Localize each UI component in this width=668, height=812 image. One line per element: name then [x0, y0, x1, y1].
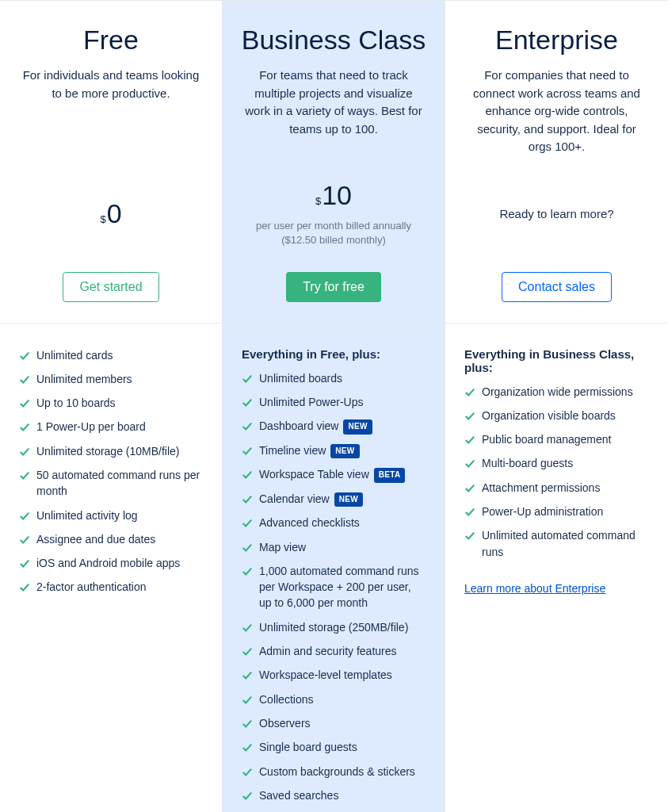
feature-item: Unlimited automated command runs [464, 527, 649, 560]
check-icon [19, 557, 30, 569]
feature-text: Collections [259, 691, 313, 707]
feature-item: Dashboard viewNEW [242, 418, 426, 435]
plan-description: For teams that need to track multiple pr… [239, 67, 429, 138]
feature-item: Map view [242, 539, 426, 555]
plan-title: Free [83, 25, 139, 56]
check-icon [242, 542, 253, 553]
get-started-button[interactable]: Get started [63, 272, 158, 302]
check-icon [19, 446, 30, 457]
feature-text: 50 automated command runs per month [36, 467, 203, 500]
feature-item: 1,000 automated command runs per Workspa… [242, 563, 426, 611]
features-free: Unlimited cardsUnlimited membersUp to 10… [0, 324, 223, 813]
plan-description: For companies that need to connect work … [461, 67, 652, 156]
check-icon [242, 445, 253, 456]
plan-title: Business Class [242, 25, 426, 56]
feature-item: Unlimited storage (10MB/file) [19, 443, 203, 459]
feature-text: Saved searches [259, 787, 338, 803]
feature-text: Unlimited storage (10MB/file) [36, 443, 180, 459]
currency-symbol: $ [100, 213, 105, 225]
feature-item: Unlimited storage (250MB/file) [242, 619, 426, 635]
check-icon [464, 482, 475, 493]
feature-text: Timeline viewNEW [259, 442, 360, 459]
check-icon [242, 790, 253, 801]
check-icon [242, 396, 253, 408]
feature-text: Calendar viewNEW [259, 491, 363, 508]
check-icon [242, 373, 253, 384]
feature-text: Organization visible boards [482, 408, 616, 423]
contact-sales-button[interactable]: Contact sales [502, 272, 612, 302]
badge-new: NEW [343, 419, 372, 435]
feature-text: Public board management [482, 431, 611, 447]
check-icon [242, 669, 253, 680]
feature-text: 1 Power-Up per board [36, 419, 146, 435]
feature-item: Up to 10 boards [19, 395, 203, 411]
feature-item: Organization visible boards [464, 408, 649, 423]
feature-item: 2-factor authentication [19, 579, 203, 595]
features-enterprise: Everything in Business Class, plus:Organ… [445, 324, 668, 813]
feature-item: Unlimited boards [242, 370, 426, 386]
feature-text: Unlimited storage (250MB/file) [259, 619, 408, 635]
check-icon [19, 350, 30, 361]
cta-row: Get started [16, 272, 206, 302]
feature-item: Advanced checklists [242, 515, 426, 530]
check-icon [242, 517, 253, 528]
check-icon [242, 493, 253, 504]
feature-item: Saved searches [242, 787, 426, 803]
feature-item: Organization wide permissions [464, 384, 649, 400]
feature-heading: Everything in Free, plus: [242, 347, 426, 361]
feature-text: Observers [259, 715, 311, 731]
plan-price: $ 10 [315, 180, 352, 211]
check-icon [242, 645, 253, 657]
feature-text: Organization wide permissions [482, 384, 633, 400]
check-icon [19, 581, 30, 592]
feature-item: Observers [242, 715, 426, 731]
check-icon [242, 469, 253, 480]
feature-text: Dashboard viewNEW [259, 418, 372, 435]
price-amount: 10 [322, 180, 352, 211]
feature-text: Unlimited boards [259, 370, 342, 386]
price-block: $ 0 [16, 170, 206, 258]
feature-item: 50 automated command runs per month [19, 467, 203, 500]
check-icon [19, 397, 30, 408]
check-icon [464, 434, 475, 445]
feature-item: Workspace-level templates [242, 667, 426, 683]
pricing-header-row: Free For individuals and teams looking t… [0, 0, 668, 323]
feature-item: Unlimited activity log [19, 508, 203, 523]
feature-item: Custom backgrounds & stickers [242, 764, 426, 779]
plan-price: $ 0 [100, 198, 121, 229]
check-icon [464, 386, 475, 397]
feature-item: Collections [242, 691, 426, 707]
feature-text: Workspace Table viewBETA [259, 466, 405, 483]
feature-item: Unlimited members [19, 371, 203, 387]
check-icon [19, 510, 30, 521]
feature-list: Unlimited cardsUnlimited membersUp to 10… [19, 347, 203, 596]
feature-text: 1,000 automated command runs per Workspa… [259, 563, 426, 611]
feature-text: Power-Up administration [482, 504, 603, 519]
feature-item: Calendar viewNEW [242, 491, 426, 508]
feature-item: Assignee and due dates [19, 531, 203, 547]
check-icon [242, 718, 253, 729]
plan-free: Free For individuals and teams looking t… [0, 1, 223, 323]
feature-text: Workspace-level templates [259, 667, 392, 683]
feature-item: Multi-board guests [464, 455, 649, 471]
feature-item: 1 Power-Up per board [19, 419, 203, 435]
plan-business-class: Business Class For teams that need to tr… [223, 1, 445, 323]
feature-item: Public board management [464, 431, 649, 447]
feature-list: Unlimited boardsUnlimited Power-UpsDashb… [242, 370, 426, 813]
try-for-free-button[interactable]: Try for free [286, 272, 381, 302]
features-row: Unlimited cardsUnlimited membersUp to 10… [0, 323, 668, 813]
check-icon [242, 565, 253, 576]
check-icon [242, 741, 253, 753]
feature-text: Single board guests [259, 739, 357, 755]
feature-heading: Everything in Business Class, plus: [464, 347, 649, 374]
check-icon [19, 534, 30, 545]
feature-text: Unlimited Power-Ups [259, 394, 363, 410]
check-icon [19, 469, 30, 481]
feature-text: Unlimited automated command runs [482, 527, 649, 560]
check-icon [242, 766, 253, 777]
learn-more-link[interactable]: Learn more about Enterprise [464, 582, 605, 595]
check-icon [19, 373, 30, 385]
check-icon [242, 420, 253, 431]
feature-text: Unlimited members [36, 371, 132, 387]
feature-text: Advanced checklists [259, 515, 360, 530]
